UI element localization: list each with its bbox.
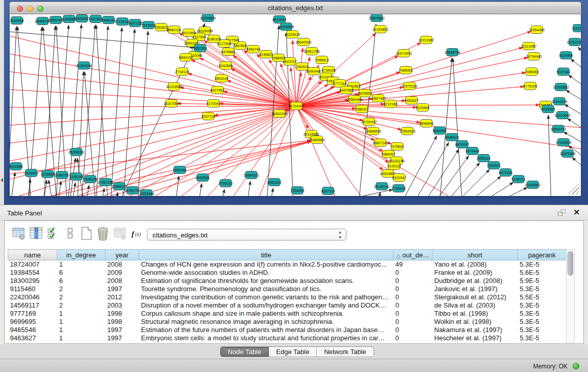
- graph-edge[interactable]: [138, 31, 148, 196]
- graph-edge[interactable]: [222, 189, 225, 196]
- table-cell[interactable]: 0: [394, 277, 432, 285]
- graph-edge[interactable]: [10, 71, 296, 106]
- table-row[interactable]: 946362711997Embryonic stem cells: a mode…: [8, 334, 567, 342]
- graph-edge[interactable]: [200, 58, 296, 106]
- graph-edge[interactable]: [101, 188, 104, 196]
- table-cell[interactable]: 2: [57, 301, 105, 310]
- table-cell[interactable]: Estimation of the future numbers of pati…: [139, 326, 394, 334]
- table-cell[interactable]: 2012: [105, 293, 139, 301]
- table-cell[interactable]: 0: [394, 293, 432, 301]
- table-cell[interactable]: 0: [394, 301, 432, 310]
- table-cell[interactable]: 0: [394, 285, 432, 293]
- graph-edge[interactable]: [10, 106, 296, 144]
- column-header-title[interactable]: title: [139, 250, 394, 260]
- table-cell[interactable]: Genome-wide association studies in ADHD.: [139, 269, 394, 277]
- graph-edge[interactable]: [72, 183, 75, 196]
- select-columns-icon[interactable]: [47, 226, 61, 240]
- column-header-short[interactable]: short: [432, 250, 518, 260]
- table-cell[interactable]: 1997: [105, 326, 139, 334]
- table-row[interactable]: 911546021997Tourette syndrome. Phenomeno…: [8, 285, 567, 293]
- graph-edge[interactable]: [453, 58, 462, 196]
- table-cell[interactable]: 1997: [105, 334, 139, 342]
- graph-edge[interactable]: [10, 27, 16, 196]
- table-row[interactable]: 1872400712008Changes of HCN gene express…: [8, 260, 567, 269]
- table-cell[interactable]: 1998: [105, 318, 139, 326]
- tab-network-table[interactable]: Network Table: [317, 347, 373, 357]
- table-cell[interactable]: Franke et al. (2009): [432, 269, 518, 277]
- function-builder-icon[interactable]: f (x): [130, 226, 145, 240]
- table-cell[interactable]: 1998: [105, 310, 139, 318]
- graph-edge[interactable]: [199, 184, 202, 196]
- scrollbar-thumb[interactable]: [568, 251, 573, 276]
- column-header-year[interactable]: year: [105, 250, 139, 260]
- table-cell[interactable]: 14569117: [8, 301, 57, 310]
- table-cell[interactable]: 22420046: [8, 293, 57, 301]
- vertical-scrollbar[interactable]: [566, 249, 575, 342]
- table-cell[interactable]: 49: [394, 260, 432, 269]
- table-cell[interactable]: 9777169: [8, 310, 57, 318]
- table-cell[interactable]: 5.3E-5: [518, 285, 567, 293]
- table-cell[interactable]: Yano et al. (2008): [432, 260, 518, 269]
- table-cell[interactable]: Tourette syndrome. Phenomenology and cla…: [139, 285, 394, 293]
- table-cell[interactable]: Wolkin et al. (1998): [432, 318, 518, 326]
- table-cell[interactable]: Jankovic et al. (1997): [432, 285, 518, 293]
- graph-edge[interactable]: [569, 75, 581, 87]
- table-row[interactable]: 977716911998Corpus callosum shape and si…: [8, 310, 567, 318]
- table-cell[interactable]: 5.3E-5: [518, 334, 567, 342]
- table-cell[interactable]: 2008: [105, 260, 139, 269]
- table-cell[interactable]: Changes of HCN gene expression and I(f) …: [139, 260, 394, 269]
- table-row[interactable]: 2242004622012Investigating the contribut…: [8, 293, 567, 301]
- graph-edge[interactable]: [176, 176, 179, 196]
- graph-edge[interactable]: [571, 59, 581, 71]
- graph-edge[interactable]: [49, 180, 53, 196]
- graph-edge[interactable]: [578, 47, 581, 57]
- column-header-out_de[interactable]: △out_de…: [394, 250, 432, 260]
- table-row[interactable]: 946554611997Estimation of the future num…: [8, 326, 567, 334]
- graph-edge[interactable]: [296, 48, 303, 106]
- table-cell[interactable]: 5.6E-5: [518, 269, 567, 277]
- table-settings-icon[interactable]: [12, 226, 26, 240]
- close-panel-icon[interactable]: ✕: [573, 208, 580, 217]
- table-cell[interactable]: 5.9E-5: [518, 277, 567, 285]
- graph-edge[interactable]: [467, 177, 501, 196]
- column-header-pagerank[interactable]: pagerank: [518, 250, 567, 260]
- table-cell[interactable]: 9115460: [8, 285, 57, 293]
- table-cell[interactable]: 5.3E-5: [518, 301, 567, 310]
- graph-edge[interactable]: [191, 60, 296, 106]
- delete-rows-trash-icon[interactable]: [96, 226, 110, 240]
- graph-edge[interactable]: [247, 181, 250, 196]
- table-cell[interactable]: 9465546: [8, 326, 57, 334]
- tab-node-table[interactable]: Node Table: [221, 347, 269, 357]
- table-cell[interactable]: 6: [57, 269, 105, 277]
- network-window[interactable]: citations_edges.txt 18724007161548031632…: [9, 2, 581, 196]
- table-row[interactable]: 1938455462009Genome-wide association stu…: [8, 269, 567, 277]
- graph-edge[interactable]: [566, 90, 581, 102]
- graph-edge[interactable]: [494, 187, 527, 196]
- float-panel-icon[interactable]: [558, 209, 565, 216]
- table-cell[interactable]: 0: [394, 269, 432, 277]
- table-cell[interactable]: Stergiakouli et al. (2012): [432, 293, 518, 301]
- graph-edge[interactable]: [10, 106, 296, 107]
- table-row[interactable]: 1830029562008Estimation of significance …: [8, 277, 567, 285]
- table-cell[interactable]: 5.3E-5: [518, 318, 567, 326]
- graph-edge[interactable]: [68, 25, 81, 196]
- table-cell[interactable]: Corpus callosum shape and size in male p…: [139, 310, 394, 318]
- table-row[interactable]: 969969511998Structural magnetic resonanc…: [8, 318, 567, 326]
- graph-edge[interactable]: [434, 156, 469, 196]
- network-canvas[interactable]: 1872400716154803163254191664091016961758…: [10, 14, 581, 196]
- table-cell[interactable]: Embryonic stem cells: a model to study s…: [139, 334, 394, 342]
- table-cell[interactable]: 0: [394, 310, 432, 318]
- graph-edge[interactable]: [270, 188, 273, 196]
- table-cell[interactable]: Nakamura et al. (1997): [432, 326, 518, 334]
- table-cell[interactable]: 1: [57, 260, 105, 269]
- graph-edge[interactable]: [56, 26, 67, 196]
- table-cell[interactable]: 18724007: [8, 260, 57, 269]
- table-cell[interactable]: Structural magnetic resonance image aver…: [139, 318, 394, 326]
- graph-edge[interactable]: [572, 158, 581, 169]
- table-cell[interactable]: 2: [57, 285, 105, 293]
- graph-edge[interactable]: [413, 142, 449, 196]
- table-row[interactable]: 1456911722003Disruption of a novel membe…: [8, 301, 567, 310]
- table-cell[interactable]: 5.3E-5: [518, 260, 567, 269]
- table-cell[interactable]: 2009: [105, 269, 139, 277]
- graph-edge[interactable]: [568, 119, 581, 130]
